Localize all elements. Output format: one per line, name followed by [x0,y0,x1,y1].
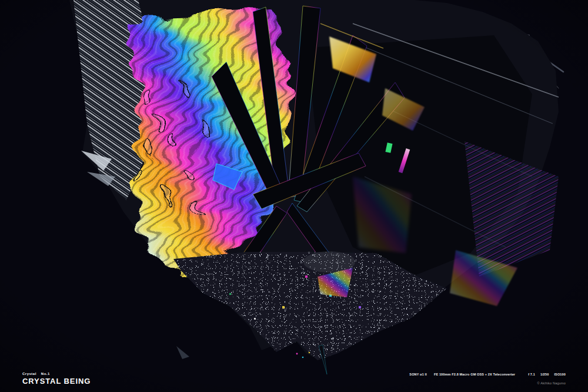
photo-page: CrystalNo.1 CRYSTAL BEING SONY α1 IIFE 1… [0,0,588,392]
caption-left: CrystalNo.1 CRYSTAL BEING [22,372,91,386]
caption-right: SONY α1 IIFE 100mm F2.8 Macro GM OSS + 2… [409,373,566,385]
crystal-photo [0,0,588,392]
photographer-credit: © Akihiko Nagumo [409,381,566,385]
exif-camera: SONY α1 II [409,373,427,376]
exif-iso: ISO100 [554,373,566,376]
exif-line: SONY α1 IIFE 100mm F2.8 Macro GM OSS + 2… [409,373,566,377]
series-line: CrystalNo.1 [22,372,91,376]
exif-aperture: f 7.1 [528,373,535,376]
vignette-overlay [0,0,588,392]
series-label: Crystal [22,372,36,376]
exif-shutter: 1/250 [540,373,549,376]
exif-lens: FE 100mm F2.8 Macro GM OSS + 2X Teleconv… [434,373,515,376]
series-number: No.1 [41,372,50,376]
page-title: CRYSTAL BEING [22,377,91,386]
